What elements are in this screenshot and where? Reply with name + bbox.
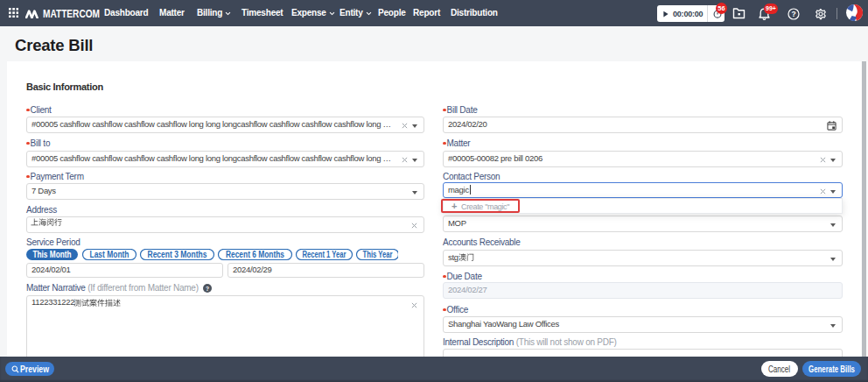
svg-text:?: ? — [791, 10, 795, 18]
svg-text:Recent 6 Months: Recent 6 Months — [226, 249, 284, 258]
svg-text:This Month: This Month — [33, 249, 72, 258]
svg-text:Recent 3 Months: Recent 3 Months — [148, 249, 207, 258]
svg-text:MATTERCOM: MATTERCOM — [43, 8, 100, 20]
svg-text:Preview: Preview — [20, 364, 49, 374]
svg-text:Last Month: Last Month — [90, 249, 130, 258]
svg-text:Generate Bills: Generate Bills — [808, 364, 855, 374]
svg-text:This Year: This Year — [363, 249, 393, 258]
svg-text:?: ? — [206, 286, 209, 292]
svg-text:Cancel: Cancel — [768, 364, 790, 374]
svg-text:Recent 1 Year: Recent 1 Year — [303, 249, 346, 258]
